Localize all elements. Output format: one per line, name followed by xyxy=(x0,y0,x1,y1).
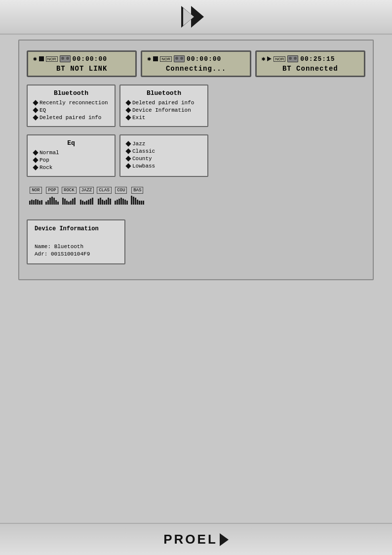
eq-preset-label-4: CLAS xyxy=(97,187,112,194)
lcd-screens-row: ✱ NOR 00:00:00 BT NOT LINK ✱ NOR xyxy=(27,50,365,77)
eq-bar-0-0 xyxy=(29,201,31,205)
bluetooth-menu-1: Bluetooth Recently reconnection EQ Delet… xyxy=(27,85,116,127)
status-text-1: BT NOT LINK xyxy=(33,65,130,73)
diamond-icon xyxy=(33,115,38,120)
logo-arrow-icon xyxy=(220,533,229,546)
eq-item-rock[interactable]: Rock xyxy=(34,165,109,171)
eq-bar-6-3 xyxy=(137,200,138,205)
eq-bar-1-5 xyxy=(55,200,57,205)
eq-bar-5-6 xyxy=(126,201,128,205)
eq-bar-6-5 xyxy=(141,201,142,205)
menu-item-eq[interactable]: EQ xyxy=(34,107,109,113)
device-info-addr: Adr: 001S100104F9 xyxy=(35,251,118,257)
menu-item-exit-label: Exit xyxy=(132,115,145,121)
eq-bar-3-4 xyxy=(88,200,89,205)
diamond-icon xyxy=(125,141,131,146)
eq-bars-2 xyxy=(62,195,76,205)
eq-preset-label-2: ROCK xyxy=(62,187,77,194)
main-content: ✱ NOR 00:00:00 BT NOT LINK ✱ NOR xyxy=(0,35,392,523)
eq-item-lowbass-label: Lowbass xyxy=(132,163,155,169)
eq-menus-section: Eq Normal Pop Rock xyxy=(27,134,365,177)
device-info-name-value: Bluetooth xyxy=(54,244,83,250)
eq-bar-5-2 xyxy=(118,199,120,205)
eq-bar-3-3 xyxy=(86,201,87,205)
bluetooth-menus-section: Bluetooth Recently reconnection EQ Delet… xyxy=(27,85,365,127)
eq-bars-5 xyxy=(115,195,128,205)
diamond-icon xyxy=(33,165,38,170)
time-3: 00:25:15 xyxy=(300,55,335,63)
eq-item-jazz[interactable]: Jazz xyxy=(126,141,201,147)
footer: PROEL xyxy=(0,523,392,555)
bt-icon-1: ✱ xyxy=(33,55,37,63)
menu-item-device-info[interactable]: Device Information xyxy=(126,107,201,113)
eq-bar-4-1 xyxy=(100,198,101,205)
eq-visual-section: NORPOPROCKJAZZCLASCOUBAS xyxy=(27,184,365,207)
eq-bar-5-0 xyxy=(115,201,116,205)
device-info-title: Device Information xyxy=(35,225,118,232)
eq-item-lowbass[interactable]: Lowbass xyxy=(126,163,201,169)
eq-bar-0-3 xyxy=(35,199,37,205)
eq-visual-row: NORPOPROCKJAZZCLASCOUBAS xyxy=(27,184,365,207)
eq-bar-2-6 xyxy=(74,198,76,205)
stop-icon-1 xyxy=(39,56,44,61)
eq-menu-1: Eq Normal Pop Rock xyxy=(27,134,116,177)
eq-bar-3-2 xyxy=(84,202,85,205)
status-text-3: BT Connected xyxy=(262,65,359,73)
header xyxy=(0,0,392,35)
eq-bar-3-5 xyxy=(90,199,91,205)
device-info-name: Name: Bluetooth xyxy=(35,244,118,250)
menu-item-eq-label: EQ xyxy=(39,107,46,113)
menu-item-delete-paired[interactable]: Deleted paired info xyxy=(34,115,109,121)
eq-bar-1-3 xyxy=(51,197,53,205)
cassette-2 xyxy=(174,55,185,62)
eq-bar-3-1 xyxy=(82,201,83,205)
lcd-screens-section: ✱ NOR 00:00:00 BT NOT LINK ✱ NOR xyxy=(27,50,365,77)
diamond-icon xyxy=(125,115,131,120)
eq-bar-3-0 xyxy=(80,200,81,205)
menu-item-reconnect-label: Recently reconnection xyxy=(39,100,108,106)
time-1: 00:00:00 xyxy=(73,55,107,63)
bluetooth-menus-row: Bluetooth Recently reconnection EQ Delet… xyxy=(27,85,365,127)
eq-item-jazz-label: Jazz xyxy=(132,141,145,147)
eq-bar-6-1 xyxy=(133,197,134,205)
eq-preset-label-1: POP xyxy=(46,187,58,194)
eq-bar-2-2 xyxy=(66,201,68,205)
menu-item-reconnect[interactable]: Recently reconnection xyxy=(34,100,109,106)
eq-preset-nor: NOR xyxy=(29,187,42,205)
nor-badge-2: NOR xyxy=(160,56,172,62)
cassette-1 xyxy=(60,55,71,62)
eq-bar-2-0 xyxy=(62,198,64,205)
eq-bar-0-5 xyxy=(39,201,40,205)
eq-preset-cou: COU xyxy=(115,187,128,205)
lcd-bt-not-link: ✱ NOR 00:00:00 BT NOT LINK xyxy=(27,50,137,77)
eq-item-county-label: County xyxy=(132,156,152,162)
menu-item-delete-paired-2-label: Deleted paired info xyxy=(132,100,194,106)
content-panel: ✱ NOR 00:00:00 BT NOT LINK ✱ NOR xyxy=(18,40,374,280)
eq-preset-label-5: COU xyxy=(115,187,127,194)
eq-bar-2-4 xyxy=(70,201,72,205)
eq-preset-bas: BAS xyxy=(131,187,144,205)
eq-bar-6-4 xyxy=(139,201,140,205)
eq-item-normal[interactable]: Normal xyxy=(34,150,109,156)
bluetooth-menu-1-title: Bluetooth xyxy=(34,89,109,97)
lcd-connecting: ✱ NOR 00:00:00 Connecting... xyxy=(141,50,251,77)
eq-bar-2-5 xyxy=(72,199,74,205)
cassette-3 xyxy=(287,55,298,62)
eq-preset-jazz: JAZZ xyxy=(79,187,94,205)
eq-item-classic[interactable]: Classic xyxy=(126,148,201,154)
eq-bar-0-4 xyxy=(37,200,39,205)
eq-bar-2-1 xyxy=(64,199,66,205)
eq-bar-5-4 xyxy=(122,199,124,205)
eq-bar-0-2 xyxy=(33,200,35,205)
eq-menu-2: Jazz Classic County Lowbass xyxy=(119,134,208,177)
eq-item-pop[interactable]: Pop xyxy=(34,157,109,163)
eq-item-pop-label: Pop xyxy=(39,157,49,163)
nor-badge-1: NOR xyxy=(46,56,58,62)
menu-item-exit[interactable]: Exit xyxy=(126,115,201,121)
bluetooth-menu-2-title: Bluetooth xyxy=(126,89,201,97)
status-text-2: Connecting... xyxy=(147,65,244,73)
eq-bar-4-6 xyxy=(110,199,111,205)
eq-bars-6 xyxy=(131,195,144,205)
eq-item-county[interactable]: County xyxy=(126,156,201,162)
menu-item-delete-paired-2[interactable]: Deleted paired info xyxy=(126,100,201,106)
